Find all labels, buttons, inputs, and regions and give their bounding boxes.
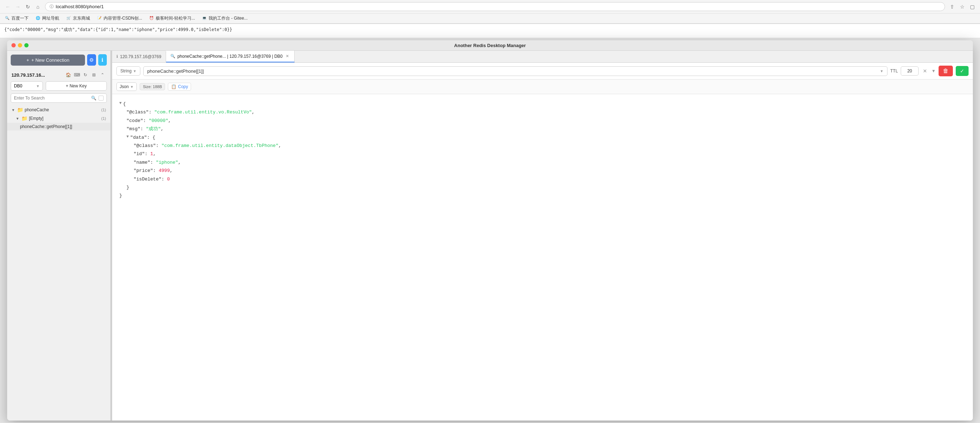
chevron-down-icon: ▼ (16, 117, 20, 120)
chevron-up-action-button[interactable]: ⌃ (99, 71, 106, 78)
json-line-data-atclass: "@class": "com.frame.util.entity.dataObj… (119, 142, 966, 150)
ttl-dropdown-icon[interactable]: ▼ (931, 68, 936, 73)
json-brace: { (153, 133, 155, 142)
copy-button[interactable]: 📋 Copy (168, 83, 191, 90)
copy-label: Copy (178, 84, 188, 89)
json-key: "name": (134, 158, 153, 166)
back-button[interactable]: ← (3, 3, 12, 11)
browser-actions: ⇧ ☆ ▢ (948, 3, 977, 11)
json-brace: } (126, 183, 129, 192)
bookmark-favicon: 🌐 (36, 16, 41, 21)
home-action-button[interactable]: 🏠 (65, 71, 72, 78)
json-key: "@class": (126, 108, 151, 116)
collapse-toggle[interactable]: ▼ (126, 133, 129, 141)
save-button[interactable]: ✓ (956, 66, 969, 76)
tree-item-label: phoneCache (25, 107, 100, 112)
reload-button[interactable]: ↻ (24, 3, 32, 11)
tree-item-empty[interactable]: ▼ 📁 [Empty] (1) (7, 114, 110, 123)
bookmark-gitee[interactable]: 💻 我的工作台 - Gitee... (201, 14, 249, 22)
maximize-button[interactable] (24, 43, 29, 48)
copy-icon: 📋 (171, 84, 177, 89)
bookmark-button[interactable]: ☆ (958, 3, 966, 11)
new-connection-button[interactable]: + + New Connection (11, 55, 85, 66)
close-button[interactable] (11, 43, 16, 48)
window-title: Another Redis Desktop Manager (454, 43, 526, 48)
filter-checkbox[interactable] (99, 96, 103, 101)
home-button[interactable]: ⌂ (33, 3, 42, 11)
tabs-bar: ℹ 120.79.157.16@3769 🔍 phoneCache::getPh… (112, 51, 973, 63)
url-input[interactable] (56, 4, 940, 9)
bookmark-geek[interactable]: ⏰ 极客时间-轻松学习... (148, 14, 196, 22)
refresh-action-button[interactable]: ↻ (82, 71, 89, 78)
json-line-atclass: "@class": "com.frame.util.entity.vo.Resu… (119, 108, 966, 116)
size-badge: Size: 188B (140, 83, 165, 90)
tree-item-key[interactable]: phoneCache::getPhone[[1]] (7, 123, 110, 130)
main-content: ℹ 120.79.157.16@3769 🔍 phoneCache::getPh… (112, 51, 973, 420)
minimize-button[interactable] (18, 43, 22, 48)
bookmark-nav[interactable]: 🌐 网址导航 (34, 14, 61, 22)
json-line-data-close: } (119, 183, 966, 192)
json-key: "id": (134, 150, 148, 158)
collapse-toggle[interactable]: ▼ (119, 100, 122, 107)
delete-button[interactable]: 🗑 (939, 66, 953, 76)
chevron-down-icon: ▼ (11, 108, 16, 112)
bookmark-csdn[interactable]: 📝 内容管理-CSDN创... (96, 14, 143, 22)
connection-name-label: 120.79.157.16... (11, 73, 45, 78)
json-number-value: 0 (167, 175, 170, 183)
tree-item-phonecache[interactable]: ▼ 📁 phoneCache (1) (7, 106, 110, 114)
settings-icon: ⚙ (89, 57, 94, 63)
json-key: "msg": (126, 125, 143, 133)
grid-action-button[interactable]: ⊞ (91, 71, 97, 78)
json-line-close: } (119, 192, 966, 200)
bookmark-favicon: 📝 (97, 16, 102, 21)
tab-close-icon[interactable]: ✕ (285, 54, 290, 59)
plus-icon: + (26, 57, 29, 63)
address-bar[interactable]: ⓘ (45, 2, 945, 11)
tab-connection[interactable]: ℹ 120.79.157.16@3769 (112, 51, 166, 62)
format-selector[interactable]: Json ▼ (116, 82, 137, 91)
ttl-value: 20 (907, 68, 912, 73)
bookmark-label: 网址导航 (42, 15, 59, 21)
app-window: Another Redis Desktop Manager + + New Co… (7, 40, 973, 420)
share-button[interactable]: ⇧ (948, 3, 956, 11)
json-string-value: "com.frame.util.entity.vo.ResultVo" (154, 108, 252, 116)
info-icon-button[interactable]: ℹ (98, 54, 107, 66)
json-line-msg: "msg": "成功" , (119, 125, 966, 133)
search-input[interactable] (14, 96, 89, 101)
type-label: String (120, 68, 131, 73)
type-selector[interactable]: String ▼ (116, 67, 140, 76)
tab-key[interactable]: 🔍 phoneCache::getPhone... | 120.79.157.1… (166, 51, 295, 62)
json-string-value: "com.frame.util.entity.dataObject.TbPhon… (161, 142, 278, 150)
trash-icon: 🗑 (943, 68, 948, 74)
json-key: "data": (130, 133, 150, 142)
bookmark-favicon: 🔍 (5, 16, 10, 21)
json-key: "price": (134, 166, 156, 175)
gear-icon-button[interactable]: ⚙ (87, 54, 96, 66)
tree-item-count: (1) (102, 116, 106, 120)
ttl-clear-icon[interactable]: ✕ (921, 67, 929, 74)
bookmark-jd[interactable]: 🛒 京东商城 (65, 14, 91, 22)
new-key-button[interactable]: + New Key (46, 81, 107, 90)
json-key: "@class": (134, 142, 159, 150)
db-selector[interactable]: DB0 ▼ (11, 81, 43, 90)
db-selector-row: DB0 ▼ + New Key (7, 80, 110, 92)
tab-button[interactable]: ▢ (968, 3, 977, 11)
json-line-price: "price": 4999 , (119, 166, 966, 175)
json-string-value: "00000" (149, 117, 168, 125)
search-box[interactable]: 🔍 (11, 93, 107, 103)
bookmark-baidu[interactable]: 🔍 百度一下 (3, 14, 30, 22)
ttl-input[interactable]: 20 (901, 67, 919, 76)
folder-icon: 📁 (21, 116, 27, 121)
json-key: "code": (126, 117, 146, 125)
chevron-down-icon: ▼ (133, 69, 137, 73)
json-comma: , (178, 158, 181, 166)
json-comma: , (161, 125, 164, 133)
app-body: + + New Connection ⚙ ℹ 120.79.157.16... … (7, 51, 973, 420)
json-comma: , (153, 150, 156, 158)
ttl-label: TTL (890, 68, 898, 73)
key-toolbar: String ▼ phoneCache::getPhone[[1]] ▼ TTL… (112, 63, 973, 79)
tab-label: 120.79.157.16@3769 (120, 54, 161, 59)
forward-button[interactable]: → (14, 3, 22, 11)
terminal-action-button[interactable]: ⌨ (73, 71, 80, 78)
lock-icon: ⓘ (49, 4, 54, 9)
